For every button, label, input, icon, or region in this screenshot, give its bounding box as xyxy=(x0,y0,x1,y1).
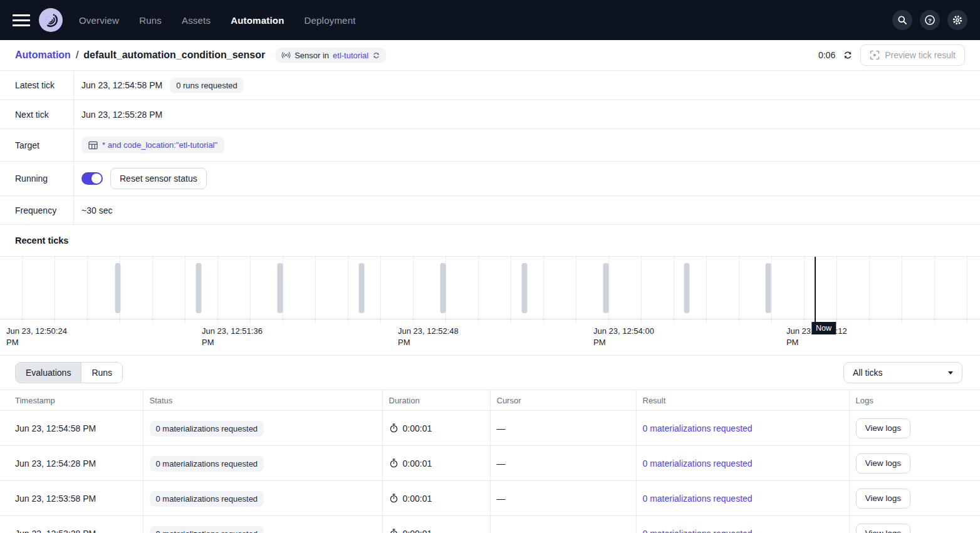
target-selection-link[interactable]: * and code_location:"etl-tutorial" xyxy=(102,140,217,150)
view-mode-tabs: Evaluations Runs xyxy=(15,362,123,383)
next-tick-value: Jun 23, 12:55:28 PM xyxy=(81,110,162,120)
table-row: Jun 23, 12:54:58 PM 0 materializations r… xyxy=(0,411,980,446)
latest-tick-value: Jun 23, 12:54:58 PM xyxy=(81,80,162,90)
table-row: Jun 23, 12:54:28 PM 0 materializations r… xyxy=(0,446,980,481)
sensor-tick-bar[interactable] xyxy=(603,263,608,313)
reset-sensor-status-button[interactable]: Reset sensor status xyxy=(110,168,207,189)
col-status: Status xyxy=(143,390,382,411)
toggle-knob xyxy=(91,173,102,184)
nav-item-automation[interactable]: Automation xyxy=(231,15,284,26)
gear-icon xyxy=(952,14,963,26)
now-line xyxy=(815,257,816,323)
sensor-tick-bar[interactable] xyxy=(359,263,365,313)
table-header-row: Timestamp Status Duration Cursor Result … xyxy=(0,390,980,411)
sensor-tick-bar[interactable] xyxy=(196,263,202,313)
chevron-down-icon xyxy=(948,371,953,375)
recent-ticks-title: Recent ticks xyxy=(15,235,68,246)
nav-item-deployment[interactable]: Deployment xyxy=(305,15,356,26)
menu-icon[interactable] xyxy=(13,11,30,29)
tick-duration: 0:00:01 xyxy=(403,529,432,533)
result-link[interactable]: 0 materializations requested xyxy=(643,494,753,504)
reload-location-icon[interactable] xyxy=(372,51,380,60)
stopwatch-icon xyxy=(389,494,399,503)
breadcrumb-automation-link[interactable]: Automation xyxy=(15,49,71,61)
table-row: Jun 23, 12:53:28 PM 0 materializations r… xyxy=(0,516,980,533)
stopwatch-icon xyxy=(389,529,399,533)
asset-selection-chip[interactable]: * and code_location:"etl-tutorial" xyxy=(81,137,224,153)
running-toggle[interactable] xyxy=(81,172,103,185)
col-logs: Logs xyxy=(849,390,980,411)
tick-duration: 0:00:01 xyxy=(403,494,432,504)
evaluations-toolbar: Evaluations Runs All ticks xyxy=(0,356,980,390)
tick-timestamp: Jun 23, 12:54:58 PM xyxy=(0,411,143,446)
view-logs-button[interactable]: View logs xyxy=(856,418,911,438)
sensor-badge-label: Sensor in xyxy=(295,51,329,60)
result-link[interactable]: 0 materializations requested xyxy=(643,458,753,468)
refresh-button[interactable] xyxy=(843,50,853,60)
sensor-tick-bar[interactable] xyxy=(440,263,446,313)
target-row: Target * and code_location:"etl-tutorial… xyxy=(0,129,980,162)
tick-cursor: — xyxy=(490,516,636,533)
nav-item-runs[interactable]: Runs xyxy=(139,15,162,26)
status-badge: 0 materializations requested xyxy=(150,421,264,437)
tick-filter-select[interactable]: All ticks xyxy=(843,362,962,383)
sensor-tick-bar[interactable] xyxy=(766,263,771,313)
octopus-logo-glyph xyxy=(41,11,60,29)
nav-items: Overview Runs Assets Automation Deployme… xyxy=(79,15,356,26)
status-badge: 0 materializations requested xyxy=(150,526,264,533)
sensor-tick-bar[interactable] xyxy=(278,263,283,313)
code-location-link[interactable]: etl-tutorial xyxy=(333,51,368,60)
axis-label: Jun 23, 12:51:36 PM xyxy=(202,326,272,348)
tab-runs[interactable]: Runs xyxy=(81,363,122,383)
dagster-logo-icon[interactable] xyxy=(39,8,63,32)
help-button[interactable]: ? xyxy=(920,10,940,30)
tab-evaluations[interactable]: Evaluations xyxy=(16,363,81,383)
view-logs-button[interactable]: View logs xyxy=(856,489,911,509)
view-logs-button[interactable]: View logs xyxy=(856,453,911,473)
asset-table-icon xyxy=(88,141,98,150)
table-row: Jun 23, 12:53:58 PM 0 materializations r… xyxy=(0,481,980,516)
col-timestamp: Timestamp xyxy=(0,390,143,411)
now-badge: Now xyxy=(811,322,836,334)
nav-item-overview[interactable]: Overview xyxy=(79,15,119,26)
stopwatch-icon xyxy=(389,458,399,468)
next-tick-label: Next tick xyxy=(0,100,74,128)
next-tick-row: Next tick Jun 23, 12:55:28 PM xyxy=(0,100,980,129)
refresh-icon xyxy=(843,50,853,60)
preview-tick-result-button[interactable]: Preview tick result xyxy=(860,44,965,66)
nav-item-assets[interactable]: Assets xyxy=(182,15,211,26)
sensor-tick-bar[interactable] xyxy=(684,263,690,313)
recent-ticks-chart[interactable] xyxy=(0,257,980,319)
result-link[interactable]: 0 materializations requested xyxy=(643,529,753,533)
tick-duration: 0:00:01 xyxy=(403,458,432,468)
view-logs-button[interactable]: View logs xyxy=(856,524,911,533)
tick-cursor: — xyxy=(490,481,636,516)
evaluations-table: Timestamp Status Duration Cursor Result … xyxy=(0,390,980,533)
help-icon: ? xyxy=(924,14,936,26)
result-link[interactable]: 0 materializations requested xyxy=(643,423,753,433)
refresh-countdown: 0:06 xyxy=(818,50,835,60)
settings-button[interactable] xyxy=(947,10,967,30)
frequency-label: Frequency xyxy=(0,196,74,224)
sensor-location-badge: Sensor in etl-tutorial xyxy=(275,48,387,63)
latest-tick-label: Latest tick xyxy=(0,71,74,100)
col-duration: Duration xyxy=(382,390,490,411)
preview-play-icon xyxy=(870,50,880,60)
tick-cursor: — xyxy=(490,446,636,481)
chart-axis: Now Jun 23, 12:50:24 PMJun 23, 12:51:36 … xyxy=(0,319,980,356)
header-actions: 0:06 Preview tick result xyxy=(818,44,965,66)
tick-timestamp: Jun 23, 12:53:58 PM xyxy=(0,481,143,516)
tick-cursor: — xyxy=(490,411,636,446)
frequency-row: Frequency ~30 sec xyxy=(0,196,980,225)
running-label: Running xyxy=(0,162,74,195)
preview-tick-result-label: Preview tick result xyxy=(885,50,956,60)
col-cursor: Cursor xyxy=(490,390,636,411)
search-button[interactable] xyxy=(892,10,912,30)
breadcrumb-row: Automation / default_automation_conditio… xyxy=(0,40,980,71)
svg-text:?: ? xyxy=(928,17,932,24)
sensor-tick-bar[interactable] xyxy=(115,263,120,313)
top-nav: Overview Runs Assets Automation Deployme… xyxy=(0,0,980,40)
tick-duration: 0:00:01 xyxy=(403,423,432,433)
search-icon xyxy=(897,15,907,25)
sensor-tick-bar[interactable] xyxy=(521,263,527,313)
